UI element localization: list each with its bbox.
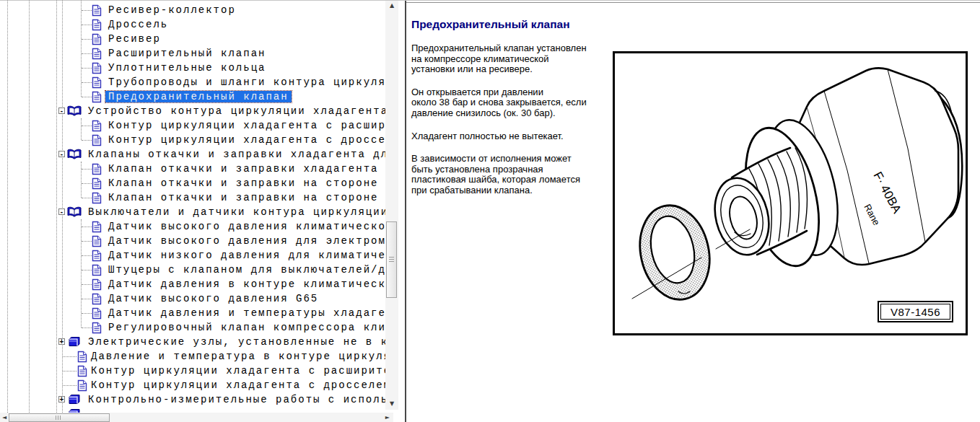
tree-item[interactable]: Клапан откачки и заправки на стороне вы [0,176,385,190]
expand-expander-icon[interactable]: + [58,396,65,403]
tree-connector [82,183,92,184]
tree-connector [82,227,92,227]
tree-item[interactable]: Штуцеры с клапаном для выключателей/дат [0,263,385,277]
topic-paragraph: Хладагент полностью не вытекает. [411,131,609,142]
tree-item[interactable]: -Выключатели и датчики контура циркуляци… [0,205,385,219]
document-icon [92,76,102,89]
tree-item-label: Контур циркуляции хладагента с расширит [105,120,385,131]
tree-item[interactable]: Контур циркуляции хладагента с дросселе [0,133,385,147]
document-icon [92,33,102,45]
topic-paragraph: Он открывается при давлении около 38 бар… [411,87,609,119]
tree-vertical-scrollbar[interactable]: ▲ ▼ [385,1,398,410]
tree-item[interactable]: Контур циркуляции хладагента с расширите… [0,364,385,378]
topic-paragraph: Предохранительный клапан установлен на к… [411,43,609,75]
tree-item-label: Датчик высокого давления климатической [105,221,385,232]
tree-item[interactable]: Предохранительный клапан [0,89,385,104]
tree-item[interactable]: Датчик высокого давления G65 [0,291,385,306]
safety-valve-illustration: F· 40BA Rane [615,53,966,333]
tree-item[interactable]: Ресивер-коллектор [0,3,385,17]
tree-item[interactable]: +Электрические узлы, установленные не в … [0,335,385,349]
tree-item-label: Датчик высокого давления G65 [105,293,321,304]
tree-item-label: Контур циркуляции хладагента с расширите… [88,365,385,377]
tree-item[interactable]: Датчик давления в контуре климатической [0,277,385,291]
document-icon [92,307,102,320]
scroll-down-icon[interactable]: ▼ [385,401,398,407]
tree-item-label: Клапан откачки и заправки на стороне ни [105,192,385,203]
tree-item[interactable]: Контур циркуляции хладагента с дросселем [0,378,385,392]
tree-item-label: Датчик высокого давления для электромаг [105,235,385,247]
tree-connector [63,371,76,372]
document-icon [92,278,102,291]
tree-connector [82,97,92,97]
tree-connector [82,198,92,198]
tree-item-label: Датчик давления в контуре климатической [105,278,385,290]
topic-title: Предохранительный клапан [411,18,980,31]
tree-item[interactable]: Клапан откачки и заправки хладагента с [0,162,385,176]
document-icon [92,293,102,305]
tree-connector [63,385,76,386]
horizontal-scrollbar-thumb[interactable] [9,413,110,422]
tree-item[interactable]: +Контрольно-измерительные работы с испол… [0,392,385,407]
document-icon [92,235,102,247]
tree-connector [82,328,92,328]
tree-item[interactable]: Ресивер [0,32,385,46]
tree-item[interactable]: -Устройство контура циркуляции хладагент… [0,104,385,118]
tree-horizontal-scrollbar[interactable]: ◄ ► [0,413,393,422]
tree-item-label: Электрические узлы, установленные не в к… [85,336,385,348]
tree-connector [82,169,92,170]
pane-splitter[interactable] [398,1,406,422]
tree-connector [82,10,92,11]
document-icon [92,48,102,60]
tree-item[interactable]: Уплотнительные кольца [0,61,385,75]
tree-item[interactable]: Датчик высокого давления для электромаг [0,234,385,248]
tree-item-label: Контрольно-измерительные работы с исполь… [85,394,385,405]
scroll-up-icon[interactable]: ▲ [385,3,398,9]
tree-item[interactable]: Датчик высокого давления климатической [0,219,385,234]
tree-item[interactable]: Давление и температура в контуре циркуля… [0,349,385,364]
tree-connector [82,53,92,54]
document-icon [92,134,102,146]
tree-item[interactable]: Датчик давления и температуры хладагент [0,306,385,320]
topic-paragraph: В зависимости от исполнения может быть у… [411,154,609,195]
tree-item-label: Предохранительный клапан [105,91,292,102]
scroll-left-icon[interactable]: ◄ [2,413,6,422]
document-icon [92,4,102,17]
collapse-expander-icon[interactable]: - [58,107,65,114]
document-icon [77,379,87,392]
book-closed-icon [67,394,81,405]
tree-item[interactable]: -Клапаны откачки и заправки хладагента д… [0,147,385,162]
scroll-right-icon[interactable]: ► [385,413,390,422]
tree-item-label: Дроссель [105,19,171,30]
figure-frame: F· 40BA Rane V87-1456 [613,51,968,335]
collapse-expander-icon[interactable]: - [58,208,65,215]
vertical-scrollbar-thumb[interactable] [386,221,397,298]
tree-item[interactable]: Регулировочный клапан компрессора клима [0,320,385,335]
tree-item[interactable]: Трубопроводы и шланги контура циркуляци [0,75,385,89]
tree-item-label: Ресивер [105,33,164,45]
topic-content-pane: Предохранительный клапан Предохранительн… [406,2,980,422]
document-icon [77,351,87,363]
tree-item[interactable]: Датчик низкого давления для климатическ [0,248,385,263]
document-icon [92,192,102,204]
tree-item-label: Трубопроводы и шланги контура циркуляци [105,76,385,88]
tree-connector [82,140,92,141]
tree-connector [82,270,92,271]
contents-tree-pane: Ресивер-коллекторДроссельРесиверРасширит… [0,1,398,422]
document-icon [92,177,102,190]
document-icon [77,365,87,377]
tree-item-label: Контур циркуляции хладагента с дросселе [105,134,385,146]
tree-connector [82,126,92,126]
tree-item[interactable]: Дроссель [0,17,385,32]
tree-item-label: Клапан откачки и заправки хладагента с [105,163,385,175]
contents-tree: Ресивер-коллекторДроссельРесиверРасширит… [0,1,385,413]
tree-item[interactable] [0,407,385,413]
tree-item[interactable]: Расширительный клапан [0,46,385,61]
tree-connector [82,68,92,69]
tree-connector [82,299,92,299]
book-open-icon [67,206,82,218]
tree-item[interactable]: Клапан откачки и заправки на стороне ни [0,190,385,205]
tree-item[interactable]: Контур циркуляции хладагента с расширит [0,118,385,133]
tree-item-label: Клапаны откачки и заправки хладагента дл… [85,149,385,160]
collapse-expander-icon[interactable]: - [58,151,65,157]
expand-expander-icon[interactable]: + [58,338,65,345]
